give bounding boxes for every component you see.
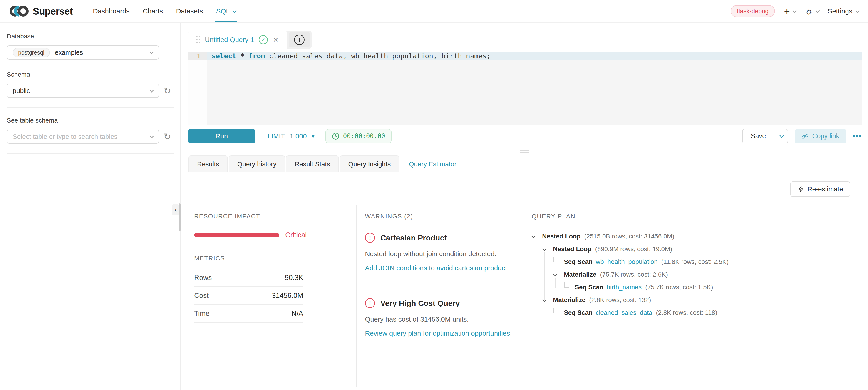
warning-circle-icon: ! bbox=[365, 233, 375, 243]
metric-row-cost: Cost 31456.0M bbox=[194, 287, 303, 305]
warning-suggestion-link[interactable]: Review query plan for optimization oppor… bbox=[365, 330, 524, 337]
resize-drag-handle[interactable] bbox=[181, 147, 868, 155]
limit-dropdown[interactable]: LIMIT: 1 000 ▼ bbox=[268, 132, 316, 140]
save-button[interactable]: Save bbox=[742, 129, 774, 143]
query-timer: 00:00:00.00 bbox=[326, 129, 392, 143]
plus-circle-icon: + bbox=[294, 34, 305, 45]
dropdown-triangle-icon: ▼ bbox=[310, 133, 316, 139]
link-icon bbox=[802, 133, 808, 140]
superset-logo-icon bbox=[9, 5, 29, 17]
table-schema-label: See table schema bbox=[7, 117, 173, 124]
expand-caret-icon[interactable] bbox=[542, 247, 547, 251]
tab-results[interactable]: Results bbox=[188, 155, 228, 172]
query-plan-tree: Nested Loop (2515.0B rows, cost: 31456.0… bbox=[532, 230, 868, 319]
line-number: 1 bbox=[188, 52, 207, 60]
nav-item-dashboards[interactable]: Dashboards bbox=[86, 0, 136, 22]
refresh-schemas-icon[interactable]: ↻ bbox=[163, 86, 171, 95]
sql-code-line: select * from cleaned_sales_data, wb_hea… bbox=[212, 52, 491, 60]
tab-result-stats[interactable]: Result Stats bbox=[286, 155, 339, 172]
chevron-down-icon bbox=[149, 88, 154, 92]
chevron-down-icon bbox=[855, 9, 859, 13]
warning-suggestion-link[interactable]: Add JOIN conditions to avoid cartesian p… bbox=[365, 264, 524, 272]
warning-cartesian-product: ! Cartesian Product Nested loop without … bbox=[365, 233, 524, 272]
chevron-down-icon bbox=[793, 9, 797, 13]
plan-node-seq-scan: Seq Scan cleaned_sales_data (2.8K rows, … bbox=[532, 306, 868, 319]
plan-node-nested-loop: Nested Loop (890.9M rows, cost: 19.0M) bbox=[532, 243, 868, 256]
expand-caret-icon[interactable] bbox=[553, 272, 557, 276]
plus-icon: + bbox=[784, 6, 790, 16]
tree-branch-icon bbox=[554, 308, 558, 313]
warnings-column: WARNINGS (2) ! Cartesian Product Nested … bbox=[356, 205, 524, 387]
sidebar-divider bbox=[7, 153, 174, 154]
plan-node-seq-scan: Seq Scan birth_names (75.7K rows, cost: … bbox=[532, 281, 868, 294]
tab-query-insights[interactable]: Query Insights bbox=[340, 155, 400, 172]
bolt-icon bbox=[798, 185, 804, 193]
nav-item-sql[interactable]: SQL bbox=[210, 0, 242, 22]
table-link[interactable]: wb_health_population bbox=[596, 258, 657, 266]
brand-name: Superset bbox=[33, 6, 73, 17]
refresh-tables-icon[interactable]: ↻ bbox=[163, 132, 171, 141]
tree-branch-icon bbox=[554, 257, 558, 262]
save-options-button[interactable] bbox=[774, 129, 788, 143]
table-link[interactable]: birth_names bbox=[607, 283, 642, 291]
run-button[interactable]: Run bbox=[188, 129, 255, 143]
new-query-tab-button[interactable]: + bbox=[289, 32, 310, 48]
query-plan-column: QUERY PLAN Nested Loop (2515.0B rows, co… bbox=[524, 205, 868, 387]
chevron-down-icon bbox=[149, 50, 154, 54]
resource-impact-column: RESOURCE IMPACT Critical METRICS Rows 90… bbox=[181, 205, 356, 387]
collapse-sidebar-button[interactable]: ‹ bbox=[172, 204, 179, 215]
warning-high-cost: ! Very High Cost Query Query has cost of… bbox=[365, 298, 524, 337]
scrollbar-thumb[interactable] bbox=[179, 203, 181, 231]
chevron-down-icon bbox=[149, 134, 154, 138]
table-link[interactable]: cleaned_sales_data bbox=[596, 309, 652, 317]
copy-link-button[interactable]: Copy link bbox=[795, 129, 846, 143]
chevron-down-icon bbox=[815, 9, 819, 13]
saved-check-icon: ✓ bbox=[259, 35, 268, 44]
plan-node-nested-loop-root: Nested Loop (2515.0B rows, cost: 31456.0… bbox=[532, 230, 868, 243]
expand-caret-icon[interactable] bbox=[542, 298, 547, 302]
query-tab-title: Untitled Query 1 bbox=[205, 36, 254, 43]
plan-node-materialize: Materialize (2.8K rows, cost: 132) bbox=[532, 294, 868, 306]
database-select[interactable]: postgresql examples bbox=[7, 46, 159, 60]
superset-brand[interactable]: Superset bbox=[9, 0, 73, 22]
print-margin-line bbox=[471, 60, 471, 125]
main-nav: Dashboards Charts Datasets SQL bbox=[86, 0, 242, 22]
editor-tabstrip: Untitled Query 1 ✓ ✕ + bbox=[188, 31, 862, 49]
table-select[interactable]: Select table or type to search tables bbox=[7, 129, 159, 144]
query-tab[interactable]: Untitled Query 1 ✓ ✕ bbox=[188, 31, 287, 49]
text-cursor bbox=[208, 52, 209, 60]
metrics-table: Rows 90.3K Cost 31456.0M Time N/A bbox=[194, 269, 303, 323]
expand-caret-icon[interactable] bbox=[531, 234, 535, 238]
close-tab-icon[interactable]: ✕ bbox=[272, 36, 279, 43]
chevron-down-icon bbox=[232, 9, 237, 13]
sqllab-sidebar: Database postgresql examples Schema publ… bbox=[0, 23, 181, 390]
sun-icon: ☼ bbox=[805, 7, 813, 16]
editor-gutter: 1 bbox=[188, 52, 207, 125]
warning-circle-icon: ! bbox=[365, 298, 375, 308]
nav-item-datasets[interactable]: Datasets bbox=[169, 0, 209, 22]
tab-query-estimator[interactable]: Query Estimator bbox=[400, 155, 465, 172]
query-estimator-panel: Re-estimate RESOURCE IMPACT Critical MET… bbox=[181, 172, 868, 387]
sqllab-main: Untitled Query 1 ✓ ✕ + 1 select * from c… bbox=[181, 23, 868, 390]
chevron-left-icon: ‹ bbox=[175, 206, 177, 214]
database-engine-tag: postgresql bbox=[13, 48, 50, 58]
metric-row-rows: Rows 90.3K bbox=[194, 269, 303, 287]
theme-toggle-button[interactable]: ☼ bbox=[805, 7, 819, 16]
environment-badge: flask-debug bbox=[731, 5, 775, 17]
save-split-button: Save bbox=[742, 129, 788, 143]
metric-row-time: Time N/A bbox=[194, 305, 303, 323]
query-plan-heading: QUERY PLAN bbox=[532, 213, 868, 220]
schema-select[interactable]: public bbox=[7, 84, 159, 98]
metrics-heading: METRICS bbox=[194, 255, 356, 262]
impact-level: Critical bbox=[285, 231, 307, 239]
nav-item-charts[interactable]: Charts bbox=[136, 0, 169, 22]
resource-impact-heading: RESOURCE IMPACT bbox=[194, 213, 356, 220]
tab-query-history[interactable]: Query history bbox=[229, 155, 285, 172]
settings-menu[interactable]: Settings bbox=[828, 7, 859, 15]
sql-code-editor[interactable]: 1 select * from cleaned_sales_data, wb_h… bbox=[188, 52, 862, 125]
reestimate-button[interactable]: Re-estimate bbox=[790, 181, 850, 197]
more-options-icon[interactable]: ••• bbox=[853, 132, 862, 140]
editor-toolbar: Run LIMIT: 1 000 ▼ 00:00:00.00 Save Copy… bbox=[188, 125, 862, 147]
drag-handle-icon[interactable] bbox=[196, 36, 200, 43]
new-item-button[interactable]: + bbox=[784, 6, 796, 16]
